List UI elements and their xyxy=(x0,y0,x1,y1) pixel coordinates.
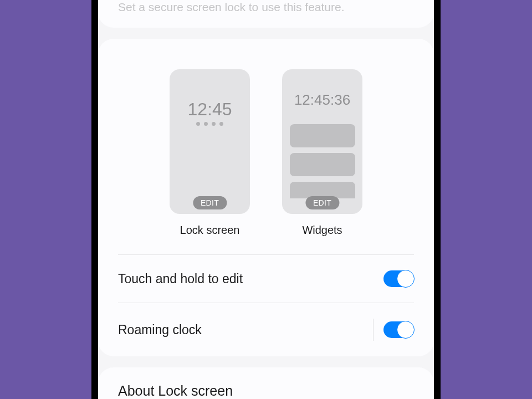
lock-screen-preview-col: 12:45 EDIT Lock screen xyxy=(170,69,250,237)
preview-row: 12:45 EDIT Lock screen 12:45:36 xyxy=(98,69,434,254)
roaming-clock-toggle[interactable] xyxy=(383,321,414,338)
widget-placeholder xyxy=(290,153,355,176)
about-lock-screen-title: About Lock screen xyxy=(118,383,414,399)
roaming-clock-label: Roaming clock xyxy=(118,323,202,337)
lock-screen-preview-time: 12:45 xyxy=(187,99,232,120)
widgets-edit-button[interactable]: EDIT xyxy=(305,196,339,209)
widgets-caption: Widgets xyxy=(302,224,342,237)
widget-placeholder-stack xyxy=(290,124,355,198)
roaming-clock-row[interactable]: Roaming clock xyxy=(98,303,434,356)
lock-screen-caption: Lock screen xyxy=(180,224,240,237)
widgets-preview[interactable]: 12:45:36 EDIT xyxy=(282,69,362,214)
touch-hold-edit-row[interactable]: Touch and hold to edit xyxy=(98,255,434,303)
widgets-preview-time: 12:45:36 xyxy=(294,91,350,109)
lockscreen-main-card: 12:45 EDIT Lock screen 12:45:36 xyxy=(98,39,434,356)
phone-frame: Set a secure screen lock to use this fea… xyxy=(91,0,441,399)
touch-hold-edit-toggle[interactable] xyxy=(383,270,414,287)
vertical-separator xyxy=(373,319,374,341)
about-lock-screen-card[interactable]: About Lock screen xyxy=(98,367,434,399)
page-dots-icon xyxy=(196,122,223,126)
widget-placeholder xyxy=(290,124,355,147)
toggle-knob-icon xyxy=(397,321,415,339)
widgets-preview-col: 12:45:36 EDIT Widgets xyxy=(282,69,362,237)
settings-screen: Set a secure screen lock to use this fea… xyxy=(98,0,434,399)
roaming-clock-right-group xyxy=(373,319,414,341)
lock-screen-preview[interactable]: 12:45 EDIT xyxy=(170,69,250,214)
secure-lock-hint-card: Set a secure screen lock to use this fea… xyxy=(98,0,434,28)
lock-screen-edit-button[interactable]: EDIT xyxy=(193,196,227,209)
secure-lock-hint-text: Set a secure screen lock to use this fea… xyxy=(118,0,414,14)
toggle-knob-icon xyxy=(397,270,415,288)
touch-hold-edit-label: Touch and hold to edit xyxy=(118,272,243,287)
